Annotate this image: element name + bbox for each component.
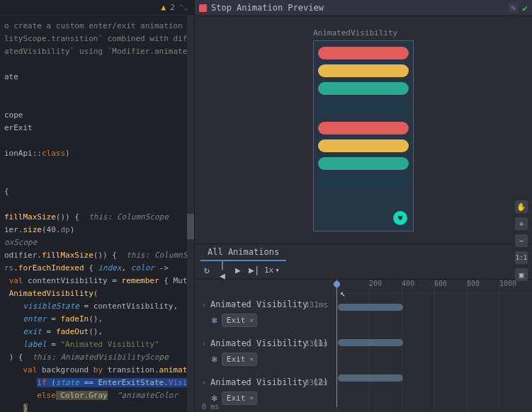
stop-icon[interactable]: [199, 4, 207, 12]
code-line: val background by transition.animateColo…: [4, 364, 194, 377]
zoom-in-button[interactable]: +: [515, 217, 528, 230]
code-line: o create a custom enter/exit animation f…: [4, 20, 194, 33]
play-icon[interactable]: ▶: [233, 265, 243, 275]
loop-icon[interactable]: ↻: [202, 265, 212, 275]
color-bar: [318, 139, 409, 152]
pencil-icon[interactable]: ✎: [509, 3, 518, 13]
chevron-down-icon: ▾: [275, 265, 280, 275]
color-bar: [318, 157, 409, 170]
code-line: oxScope: [4, 236, 194, 249]
track-list: › Animated Visibility 331ms ❄ Exit › Ani…: [195, 280, 329, 412]
color-bar: [318, 47, 409, 59]
heart-icon: ♥: [398, 214, 403, 223]
color-bar: [318, 100, 409, 113]
chevron-updown-icon[interactable]: ⌃⌄: [179, 3, 188, 12]
skip-start-icon[interactable]: |◀: [217, 260, 227, 281]
track-bar[interactable]: [338, 304, 403, 311]
freeze-icon[interactable]: ❄: [212, 393, 217, 404]
anim-tabs: All Animations: [195, 244, 532, 261]
scrollbar-thumb[interactable]: [187, 214, 194, 239]
color-bar: [318, 64, 409, 77]
check-icon: ✔: [522, 3, 528, 13]
tick-label: 800: [467, 280, 480, 287]
code-line: exit = fadeOut(),: [4, 326, 194, 338]
state-select[interactable]: Exit: [222, 391, 258, 405]
chevron-right-icon[interactable]: ›: [202, 301, 206, 309]
color-bar: [318, 175, 409, 188]
code-line: cope: [4, 109, 194, 122]
timeline-ruler[interactable]: 200 400 600 800 1000: [336, 280, 532, 294]
skip-end-icon[interactable]: ▶|: [249, 265, 259, 275]
color-bar: [318, 82, 409, 95]
preview-device: AnimatedVisibility ♥: [313, 28, 414, 231]
code-line: ate: [4, 71, 194, 84]
code-line: {: [4, 185, 194, 198]
pan-tool[interactable]: ✋: [515, 200, 528, 213]
track-duration: 331ms: [305, 300, 328, 309]
track-bar[interactable]: [338, 339, 403, 346]
code-line: else Color.Gray ^animateColor: [4, 389, 194, 402]
state-select[interactable]: Exit: [222, 314, 258, 327]
color-bar: [318, 122, 409, 135]
warning-icon: ▲: [162, 3, 166, 12]
code-line: AnimatedVisibility(: [4, 287, 194, 300]
cursor-icon: ↖: [340, 288, 346, 299]
device-frame: ♥: [313, 40, 414, 231]
track-duration: 331ms: [305, 378, 328, 387]
timeline[interactable]: 200 400 600 800 1000 ↖ › Animated Visibi…: [195, 280, 532, 412]
tick-label: 600: [434, 280, 447, 287]
playback-controls: ↻ |◀ ▶ ▶| 1x▾: [195, 261, 532, 280]
animation-inspector: All Animations ↻ |◀ ▶ ▶| 1x▾ 200 400 600…: [195, 244, 532, 412]
code-line: fillMaxSize()) { this: ColumnScope: [4, 211, 194, 224]
track-bar[interactable]: [338, 374, 403, 382]
code-line: lityScope.transition` combined with diff…: [4, 33, 194, 45]
current-time: 0 ms: [202, 403, 219, 411]
zoom-tools: ✋ + − 1:1 ▣: [515, 200, 528, 281]
code-line: erExit: [4, 122, 194, 135]
code-line: ionApi::class): [4, 147, 194, 160]
toolbar-title[interactable]: Stop Animation Preview: [211, 3, 504, 13]
tick-label: 400: [402, 280, 414, 287]
editor-scrollbar[interactable]: [187, 16, 194, 412]
preview-toolbar: Stop Animation Preview ✎ ✔: [195, 0, 532, 16]
code-line: }: [4, 402, 194, 412]
code-line: enter = fadeIn(),: [4, 313, 194, 326]
editor-content[interactable]: o create a custom enter/exit animation f…: [0, 16, 194, 412]
code-line: ) { this: AnimatedVisibilityScope: [4, 351, 194, 364]
track-duration: 331ms: [305, 339, 328, 348]
preview-panel: Stop Animation Preview ✎ ✔ AnimatedVisib…: [194, 0, 532, 412]
tick-label: 200: [369, 280, 382, 287]
freeze-icon[interactable]: ❄: [212, 354, 217, 365]
tab-all-animations[interactable]: All Animations: [200, 244, 286, 261]
freeze-icon[interactable]: ❄: [212, 315, 217, 326]
fab-heart[interactable]: ♥: [393, 211, 407, 225]
code-editor[interactable]: ▲ 2 ⌃⌄ o create a custom enter/exit anim…: [0, 0, 194, 412]
chevron-right-icon[interactable]: ›: [202, 340, 206, 348]
animation-track: › Animated Visibility (2) 331ms ❄ Exit: [202, 373, 329, 412]
editor-inspection-bar: ▲ 2 ⌃⌄: [0, 0, 194, 16]
speed-selector[interactable]: 1x▾: [264, 265, 280, 275]
code-line: if (state == EnterExitState.Visible) col…: [4, 377, 194, 389]
preview-canvas[interactable]: AnimatedVisibility ♥ ✋ + − 1:1 ▣: [195, 16, 532, 244]
code-line: val contentVisibility = remember { Mutab…: [4, 275, 194, 287]
animation-track: › Animated Visibility (1) 331ms ❄ Exit: [202, 334, 329, 373]
zoom-fit-button[interactable]: 1:1: [515, 251, 528, 264]
code-line: atedVisibility` using `Modifier.animateE…: [4, 45, 194, 58]
code-line: ier.size(40.dp): [4, 224, 194, 236]
tick-label: 1000: [499, 280, 516, 287]
warning-count: 2: [170, 3, 175, 12]
code-line: rs.forEachIndexed { index, color ->: [4, 262, 194, 275]
code-line: label = "Animated Visibility": [4, 338, 194, 351]
animation-track: › Animated Visibility 331ms ❄ Exit: [202, 295, 329, 334]
chevron-right-icon[interactable]: ›: [202, 379, 206, 387]
code-line: odifier.fillMaxSize()) { this: ColumnSco…: [4, 249, 194, 262]
preview-label: AnimatedVisibility: [313, 28, 397, 38]
zoom-out-button[interactable]: −: [515, 234, 528, 247]
playhead[interactable]: [336, 280, 337, 407]
code-line: visibleState = contentVisibility,: [4, 300, 194, 313]
state-select[interactable]: Exit: [222, 353, 258, 366]
